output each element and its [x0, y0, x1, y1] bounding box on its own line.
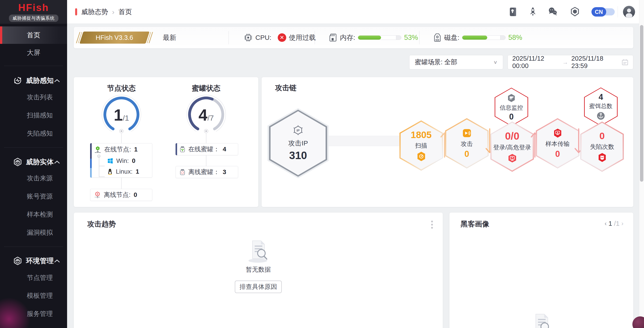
- scrollbar-thumb[interactable]: [640, 25, 643, 182]
- scrollbar-track[interactable]: [639, 0, 644, 328]
- date-end: 2025/11/18 23:59: [571, 55, 618, 70]
- chain-step-scan: 1805 扫描: [399, 120, 443, 171]
- node-status-value: 1/1: [100, 106, 143, 124]
- cpu-overload-icon: ✕: [278, 33, 286, 42]
- chain-step-login: 0/0 登录/高危登录: [490, 122, 534, 172]
- online-honeypot-jar-icon: [180, 146, 185, 152]
- compromise-label: 失陷次数: [590, 143, 614, 151]
- version-latest-label: 最新: [163, 33, 176, 42]
- page-current: 1: [608, 220, 612, 227]
- sidebar-item-big-screen[interactable]: 大屏: [0, 45, 67, 60]
- disk-icon: [433, 33, 442, 42]
- version-group: HFish V3.3.6 最新: [80, 27, 176, 48]
- tree-stub: [99, 177, 105, 177]
- shield-badge-icon[interactable]: [569, 6, 580, 18]
- sidebar-item-compromise-perception[interactable]: 失陷感知: [0, 126, 67, 141]
- app-logo-title: HFish: [18, 2, 49, 13]
- investigate-reason-button[interactable]: 排查具体原因: [235, 280, 282, 293]
- cpu-label: CPU:: [255, 34, 272, 41]
- page-prev-button[interactable]: ‹: [605, 220, 607, 227]
- no-data-icon: [245, 239, 272, 263]
- date-range-picker[interactable]: 2025/11/12 00:00 → 2025/11/18 23:59: [508, 55, 633, 69]
- online-node-icon: [94, 146, 101, 153]
- tree-stub: [99, 166, 105, 166]
- chevron-up-icon: [54, 79, 60, 82]
- compromise-mask-icon: [597, 152, 607, 163]
- disk-group: 磁盘: 58%: [433, 27, 522, 48]
- sidebar-item-sample-detection[interactable]: 样本检测: [0, 207, 67, 222]
- no-data-icon-partial: [528, 313, 555, 328]
- scan-label: 扫描: [415, 142, 427, 150]
- guide-book-icon[interactable]: [508, 6, 519, 18]
- sidebar-section-env-management[interactable]: 环境管理: [0, 253, 67, 268]
- scan-icon: [416, 151, 426, 162]
- disk-progress-fill: [462, 36, 487, 40]
- bait-total-value: 4: [598, 92, 603, 102]
- chat-icon[interactable]: [548, 6, 558, 18]
- bait-hook-icon: [596, 111, 606, 121]
- connector-line: [206, 134, 206, 143]
- sidebar-item-vuln-simulation[interactable]: 漏洞模拟: [0, 225, 67, 240]
- sidebar-item-account-resource[interactable]: 账号资源: [0, 189, 67, 204]
- windows-icon: [107, 158, 113, 164]
- sidebar-section-threat-perception[interactable]: 威胁感知: [0, 73, 67, 88]
- sidebar-item-attack-source[interactable]: 攻击来源: [0, 171, 67, 185]
- breadcrumb-accent-bar: [75, 8, 77, 16]
- disk-progress-cap: [500, 36, 505, 40]
- status-divider: [314, 31, 315, 44]
- arrow-right-icon: →: [562, 59, 568, 66]
- disk-percent: 58%: [508, 34, 522, 42]
- sidebar-section-threat-entity[interactable]: 威胁实体: [0, 155, 67, 169]
- scan-value: 1805: [411, 130, 432, 140]
- empty-state: 暂无数据 排查具体原因: [236, 239, 281, 293]
- node-online-box: 在线节点:1 Win:0 Linux:1: [90, 143, 152, 178]
- attack-value: 0: [464, 149, 469, 159]
- pulse-icon: [13, 76, 22, 85]
- cpu-icon: [244, 33, 253, 42]
- memory-percent: 53%: [404, 34, 418, 42]
- attack-chain-card: 攻击链 IP 攻击IP 310 1805 扫描: [262, 77, 633, 207]
- memory-icon: [329, 33, 337, 42]
- sidebar-item-node-management[interactable]: 节点管理: [0, 271, 67, 285]
- page-next-button[interactable]: ›: [622, 220, 624, 227]
- memory-group: 内存: 53%: [329, 27, 418, 48]
- rocket-icon[interactable]: [527, 6, 538, 18]
- kebab-menu[interactable]: [431, 221, 433, 229]
- honeypot-status-value: 4/7: [185, 106, 228, 124]
- disk-progress-bar: [462, 35, 506, 40]
- topbar: 威胁态势 › 首页 CN: [67, 0, 644, 24]
- avatar[interactable]: [623, 6, 635, 18]
- date-start: 2025/11/12 00:00: [512, 55, 559, 70]
- sidebar-item-scan-perception[interactable]: 扫描感知: [0, 108, 67, 123]
- app-logo: HFish 威胁捕捉与诱骗系统: [0, 0, 67, 24]
- hacker-profile-title: 黑客画像: [461, 219, 489, 229]
- tree-line: [99, 156, 99, 177]
- info-monitor-label: 信息监控: [500, 104, 523, 112]
- sidebar-item-home[interactable]: 首页: [0, 27, 67, 44]
- chevron-up-icon: [54, 160, 60, 164]
- breadcrumb-separator: ›: [112, 8, 114, 16]
- language-toggle[interactable]: CN: [592, 7, 615, 17]
- honeypot-scene-select[interactable]: 蜜罐场景: 全部 ∨: [409, 55, 503, 69]
- chain-float-info-monitor: 信息监控 0: [495, 88, 528, 126]
- chain-float-bait-total: 4 蜜饵总数: [584, 88, 618, 126]
- linux-icon: [107, 168, 113, 175]
- bait-total-label: 蜜饵总数: [589, 102, 612, 110]
- attack-chain-title: 攻击链: [275, 83, 296, 93]
- version-badge: HFish V3.3.6: [80, 32, 150, 44]
- offline-node-icon: [94, 191, 100, 198]
- status-divider: [419, 31, 420, 44]
- sample-transfer-value: 0: [555, 149, 560, 159]
- attack-ip-hexagon: IP 攻击IP 310: [269, 110, 327, 177]
- app-logo-subtitle: 威胁捕捉与诱骗系统: [9, 15, 58, 22]
- topbar-divider: [618, 6, 618, 18]
- attack-trend-title: 攻击趋势: [87, 219, 116, 229]
- chevron-down-icon: ∨: [493, 60, 498, 65]
- sample-transfer-label: 样本传输: [546, 140, 570, 148]
- attack-ip-value: 310: [289, 149, 307, 162]
- breadcrumb-root[interactable]: 威胁态势: [81, 8, 108, 17]
- attack-ip-label: 攻击IP: [288, 139, 308, 148]
- cpu-group: CPU: ✕ 使用过载: [244, 27, 316, 48]
- sidebar-item-attack-list[interactable]: 攻击列表: [0, 90, 67, 105]
- memory-progress-cap: [396, 36, 401, 40]
